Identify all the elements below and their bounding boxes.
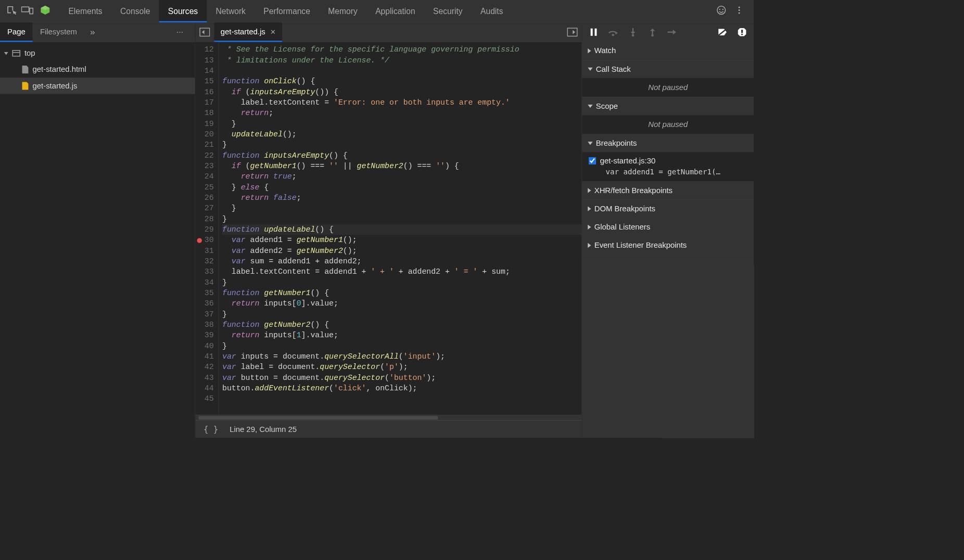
breakpoints-section-header[interactable]: Breakpoints [582,134,754,152]
feedback-icon[interactable] [716,5,726,17]
file-label: get-started.js [33,81,78,90]
svg-rect-14 [591,28,593,35]
deactivate-breakpoints-icon[interactable] [716,26,728,38]
chevron-right-icon [588,206,591,211]
svg-rect-10 [200,28,210,36]
chevron-right-icon [588,243,591,248]
pause-on-exceptions-icon[interactable] [736,26,748,38]
more-icon[interactable] [734,5,744,17]
js-file-icon [22,82,29,90]
svg-marker-22 [650,28,655,31]
navigator-tab-filesystem[interactable]: Filesystem [33,22,84,42]
device-toolbar-icon[interactable] [21,6,33,17]
global-section-header[interactable]: Global Listeners [582,218,754,236]
document-file-icon [22,66,29,74]
panel-tab-audits[interactable]: Audits [472,0,512,22]
show-debugger-icon[interactable] [566,26,578,38]
svg-point-6 [722,8,724,9]
expand-icon [4,52,8,55]
panel-tab-sources[interactable]: Sources [159,0,207,22]
breakpoint-preview: var addend1 = getNumber1(… [582,166,754,181]
panel-tab-memory[interactable]: Memory [319,0,366,22]
file-item[interactable]: get-started.js [0,78,195,94]
svg-rect-30 [741,34,743,35]
tree-top-label: top [24,49,35,58]
file-label: get-started.html [33,65,86,74]
scope-section-header[interactable]: Scope [582,97,754,115]
step-over-icon[interactable] [607,26,619,38]
breakpoints-body: get-started.js:30var addend1 = getNumber… [582,152,754,181]
svg-marker-13 [573,30,575,34]
close-tab-icon[interactable]: ✕ [270,28,275,36]
chevron-down-icon [588,142,592,145]
node-icon[interactable] [40,5,50,17]
tree-top-frame[interactable]: top [0,45,195,61]
svg-marker-16 [615,31,618,34]
callstack-body: Not paused [582,78,754,97]
step-out-icon[interactable] [646,26,658,38]
chevron-right-icon [588,188,591,193]
svg-marker-11 [202,30,205,34]
chevron-right-icon [588,225,591,230]
editor-tab[interactable]: get-started.js ✕ [214,22,282,42]
editor-statusbar: { } Line 29, Column 25 [195,420,581,438]
panel-tab-elements[interactable]: Elements [59,0,111,22]
frame-icon [12,50,20,57]
breakpoint-marker[interactable] [197,238,201,243]
svg-point-20 [632,34,635,36]
step-icon[interactable] [666,26,678,38]
scope-body: Not paused [582,115,754,134]
toolbar-left [3,5,52,17]
code-editor[interactable]: 1213141516171819202122232425262728293031… [195,42,581,415]
step-into-icon[interactable] [627,26,639,38]
svg-rect-12 [567,28,577,36]
navigator-tab-page[interactable]: Page [0,22,33,42]
watch-section-header[interactable]: Watch [582,42,754,60]
panel-tab-performance[interactable]: Performance [255,0,319,22]
chevron-down-icon [588,105,592,108]
svg-marker-19 [630,32,635,34]
chevron-right-icon [588,48,591,53]
devtools-tab-strip: ElementsConsoleSourcesNetworkPerformance… [0,0,754,22]
svg-rect-0 [21,7,29,11]
pretty-print-icon[interactable]: { } [204,424,218,434]
file-item[interactable]: get-started.html [0,61,195,78]
xhr-section-header[interactable]: XHR/fetch Breakpoints [582,182,754,199]
breakpoint-item[interactable]: get-started.js:30 [582,152,754,166]
editor-tab-label: get-started.js [221,28,265,36]
debugger-toolbar [582,22,754,42]
debugger-pane: Watch Call Stack Not paused Scope Not pa… [582,22,754,438]
file-tree: top get-started.htmlget-started.js [0,42,195,94]
cursor-position: Line 29, Column 25 [230,425,297,434]
svg-rect-29 [741,30,743,33]
panel-tab-security[interactable]: Security [424,0,472,22]
svg-marker-25 [673,30,676,34]
svg-point-23 [651,34,654,36]
panel-tab-console[interactable]: Console [111,0,159,22]
inspect-element-icon[interactable] [7,5,17,17]
navigator-menu-icon[interactable]: ⋯ [168,28,193,36]
line-gutter[interactable]: 1213141516171819202122232425262728293031… [195,42,219,415]
dom-section-header[interactable]: DOM Breakpoints [582,200,754,218]
editor-pane: get-started.js ✕ 12131415161718192021222… [195,22,582,438]
svg-point-9 [739,12,740,14]
panel-tabs: ElementsConsoleSourcesNetworkPerformance… [59,0,512,22]
svg-point-17 [612,34,614,36]
panel-tab-network[interactable]: Network [207,0,255,22]
event-section-header[interactable]: Event Listener Breakpoints [582,236,754,254]
code-area[interactable]: * See the License for the specific langu… [219,42,582,415]
svg-point-5 [719,8,720,9]
svg-point-8 [739,9,740,11]
panel-tab-application[interactable]: Application [366,0,424,22]
pause-icon[interactable] [588,26,600,38]
navigator-pane: PageFilesystem » ⋯ top get-started.htmlg… [0,22,195,438]
callstack-section-header[interactable]: Call Stack [582,60,754,78]
horizontal-scrollbar[interactable] [195,415,581,420]
show-navigator-icon[interactable] [199,26,211,38]
breakpoint-checkbox[interactable] [589,157,596,164]
svg-point-4 [717,6,726,14]
editor-tabstrip: get-started.js ✕ [195,22,581,42]
toolbar-right [716,5,751,17]
svg-point-7 [739,6,740,8]
more-tabs-icon[interactable]: » [84,27,100,37]
